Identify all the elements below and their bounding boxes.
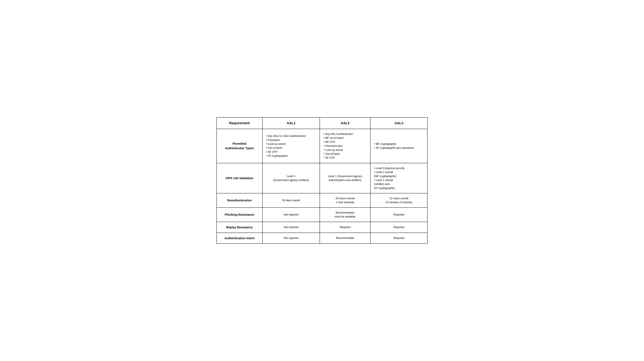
table-cell: Not required: [262, 222, 320, 233]
table-wrapper: Requirement AAL1 AAL2 AAL3 PermittedAuth…: [216, 117, 428, 244]
table-row: Authentication IntentNot requiredRecomme…: [216, 233, 428, 244]
list-item: • Password plus:: [324, 144, 366, 148]
table-cell: • MF cryptographic• SF cryptographic plu…: [370, 129, 428, 163]
table-cell: FIPS 140 Validation: [216, 163, 262, 193]
list-item: • Level 3 physical security: [374, 166, 424, 170]
list-item: • Level 2 overall(MF cryptographic): [374, 170, 424, 178]
table-row: PermittedAuthenticator Types• Any AAL2 o…: [216, 129, 428, 163]
header-aal1: AAL1: [262, 117, 320, 129]
table-cell: Required: [370, 233, 428, 244]
list-item: • SF cryptographic: [266, 154, 316, 158]
list-item: • SF OTP: [266, 150, 316, 154]
list-item: * Out-of-band: [324, 152, 366, 156]
list-item: • Any AAL2 or AAL3 authenticator: [266, 134, 316, 138]
table-row: Replay ResistanceNot requiredRequiredReq…: [216, 222, 428, 233]
list-item: * SF OTP: [324, 156, 366, 160]
header-requirement: Requirement: [216, 117, 262, 129]
list-item: • Look-up secret: [266, 142, 316, 146]
table-cell: Authentication Intent: [216, 233, 262, 244]
table-cell: Not required: [262, 233, 320, 244]
header-aal2: AAL2: [320, 117, 370, 129]
table-cell: Required: [370, 208, 428, 222]
table-cell: Reauthentication: [216, 193, 262, 208]
aal-comparison-table: Requirement AAL1 AAL2 AAL3 PermittedAuth…: [216, 117, 428, 244]
table-row: FIPS 140 ValidationLevel 1(Government ag…: [216, 163, 428, 193]
table-cell: • Level 3 physical security• Level 2 ove…: [370, 163, 428, 193]
list-item: • MF out-of-band: [324, 136, 366, 140]
header-aal3: AAL3: [370, 117, 428, 129]
table-cell: 12 hours overall15 minutes of inactivity: [370, 193, 428, 208]
table-cell: Replay Resistance: [216, 222, 262, 233]
list-item: • Password: [266, 138, 316, 142]
table-row: Phishing ResistanceNot requiredRecommend…: [216, 208, 428, 222]
table-cell: PermittedAuthenticator Types: [216, 129, 262, 163]
table-cell: 24 hours overall1 hour inactivity: [320, 193, 370, 208]
table-cell: Level 1(Government agency verifiers): [262, 163, 320, 193]
list-item: • Level 1 overall(verifiers andSF crypto…: [374, 178, 424, 190]
table-cell: Required: [370, 222, 428, 233]
header-row: Requirement AAL1 AAL2 AAL3: [216, 117, 428, 129]
table-cell: Phishing Resistance: [216, 208, 262, 222]
table-cell: Recommended: [320, 233, 370, 244]
list-item: • SF cryptographic plus password: [374, 146, 424, 150]
list-item: • Out-of-band: [266, 146, 316, 150]
list-item: • MF OTP: [324, 140, 366, 144]
table-cell: 30 days overall: [262, 193, 320, 208]
table-row: Reauthentication30 days overall24 hours …: [216, 193, 428, 208]
table-cell: • Any AAL3 authenticator• MF out-of-band…: [320, 129, 370, 163]
table-cell: • Any AAL2 or AAL3 authenticator• Passwo…: [262, 129, 320, 163]
list-item: * Look-up secret: [324, 148, 366, 152]
list-item: • MF cryptographic: [374, 142, 424, 146]
table-cell: Not required: [262, 208, 320, 222]
table-cell: Recommended;must be available: [320, 208, 370, 222]
table-cell: Level 1 (Government agencyauthenticators…: [320, 163, 370, 193]
table-cell: Required: [320, 222, 370, 233]
list-item: • Any AAL3 authenticator: [324, 132, 366, 136]
